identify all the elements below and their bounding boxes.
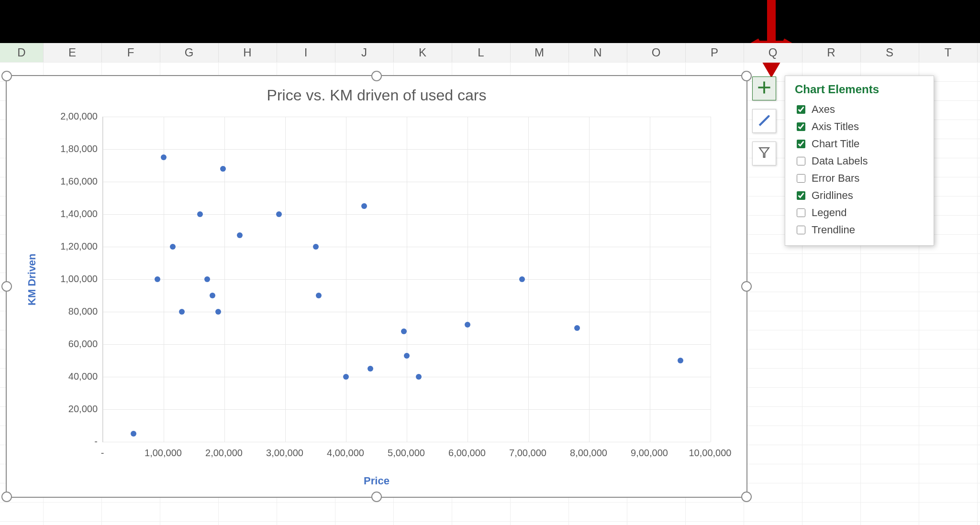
data-point[interactable] xyxy=(276,211,282,217)
checkbox[interactable] xyxy=(797,208,805,217)
plot-area[interactable] xyxy=(102,117,711,442)
data-point[interactable] xyxy=(179,309,185,315)
column-header-S[interactable]: S xyxy=(860,43,919,62)
selection-handle[interactable] xyxy=(1,281,12,292)
y-tick-label: 1,00,000 xyxy=(45,273,98,284)
checkbox[interactable] xyxy=(797,157,805,165)
selection-handle[interactable] xyxy=(1,492,12,502)
x-tick-label: 9,00,000 xyxy=(621,448,678,459)
column-header-L[interactable]: L xyxy=(452,43,511,62)
selection-handle[interactable] xyxy=(741,281,752,292)
data-point[interactable] xyxy=(170,244,176,250)
chart-element-option[interactable]: Trendline xyxy=(795,221,924,239)
y-tick-label: 2,00,000 xyxy=(45,111,98,122)
data-point[interactable] xyxy=(204,276,210,282)
chart-element-option[interactable]: Legend xyxy=(795,204,924,221)
chart-styles-button[interactable] xyxy=(752,109,776,133)
data-point[interactable] xyxy=(368,366,373,372)
data-point[interactable] xyxy=(361,203,367,209)
column-header-N[interactable]: N xyxy=(568,43,627,62)
selection-handle[interactable] xyxy=(741,492,752,502)
chart-title[interactable]: Price vs. KM driven of used cars xyxy=(7,87,746,104)
data-point[interactable] xyxy=(161,154,167,160)
column-header-H[interactable]: H xyxy=(218,43,277,62)
data-point[interactable] xyxy=(220,166,226,172)
column-header-E[interactable]: E xyxy=(43,43,102,62)
data-point[interactable] xyxy=(237,232,243,238)
y-tick-label: 1,60,000 xyxy=(45,176,98,187)
column-header-M[interactable]: M xyxy=(510,43,569,62)
data-point[interactable] xyxy=(401,328,407,334)
checkbox[interactable] xyxy=(797,140,805,148)
column-header-O[interactable]: O xyxy=(627,43,686,62)
y-tick-label: - xyxy=(45,436,98,447)
y-tick-label: 20,000 xyxy=(45,404,98,415)
y-axis-title[interactable]: KM Driven xyxy=(26,253,38,306)
plus-icon xyxy=(757,81,771,96)
column-header-K[interactable]: K xyxy=(393,43,452,62)
selection-handle[interactable] xyxy=(741,71,752,81)
checkbox[interactable] xyxy=(797,226,805,234)
selection-handle[interactable] xyxy=(1,71,12,81)
data-point[interactable] xyxy=(404,353,410,359)
panel-title: Chart Elements xyxy=(795,83,924,96)
selection-handle[interactable] xyxy=(371,71,382,81)
y-tick-label: 60,000 xyxy=(45,339,98,350)
option-label: Axis Titles xyxy=(812,120,859,133)
checkbox[interactable] xyxy=(797,105,805,114)
data-point[interactable] xyxy=(210,293,215,298)
chart-element-option[interactable]: Data Labels xyxy=(795,153,924,170)
data-point[interactable] xyxy=(343,374,349,380)
column-header-P[interactable]: P xyxy=(685,43,744,62)
data-point[interactable] xyxy=(197,211,203,217)
chart-element-option[interactable]: Axis Titles xyxy=(795,118,924,135)
column-header-R[interactable]: R xyxy=(802,43,861,62)
data-point[interactable] xyxy=(678,358,683,363)
data-point[interactable] xyxy=(313,244,319,250)
option-label: Legend xyxy=(812,207,846,219)
data-point[interactable] xyxy=(465,322,470,328)
y-tick-label: 80,000 xyxy=(45,306,98,317)
column-header-T[interactable]: T xyxy=(919,43,978,62)
y-tick-label: 40,000 xyxy=(45,371,98,382)
column-header-D[interactable]: D xyxy=(0,43,44,62)
x-tick-label: 6,00,000 xyxy=(438,448,496,459)
column-header-Q[interactable]: Q xyxy=(744,43,802,62)
data-point[interactable] xyxy=(215,309,221,315)
x-axis-title[interactable]: Price xyxy=(7,475,746,487)
data-point[interactable] xyxy=(316,293,322,298)
data-point[interactable] xyxy=(155,276,160,282)
chart-filters-button[interactable] xyxy=(752,142,776,165)
checkbox[interactable] xyxy=(797,174,805,183)
data-point[interactable] xyxy=(574,325,580,331)
column-header-G[interactable]: G xyxy=(160,43,219,62)
column-header-J[interactable]: J xyxy=(335,43,394,62)
x-tick-label: 3,00,000 xyxy=(256,448,313,459)
x-tick-label: 1,00,000 xyxy=(134,448,192,459)
column-header-F[interactable]: F xyxy=(101,43,160,62)
chart-object[interactable]: Price vs. KM driven of used cars KM Driv… xyxy=(6,75,747,498)
option-label: Error Bars xyxy=(812,172,859,185)
checkbox[interactable] xyxy=(797,191,805,200)
y-tick-label: 1,40,000 xyxy=(45,208,98,219)
chart-elements-button[interactable] xyxy=(752,77,776,100)
chart-element-option[interactable]: Gridlines xyxy=(795,187,924,204)
column-header-I[interactable]: I xyxy=(277,43,335,62)
data-point[interactable] xyxy=(131,431,136,437)
y-tick-label: 1,80,000 xyxy=(45,143,98,154)
chart-elements-panel: Chart Elements AxesAxis TitlesChart Titl… xyxy=(785,76,934,246)
chart-element-option[interactable]: Axes xyxy=(795,101,924,118)
brush-icon xyxy=(757,113,771,129)
chart-element-option[interactable]: Chart Title xyxy=(795,135,924,153)
x-tick-label: 4,00,000 xyxy=(317,448,374,459)
option-label: Trendline xyxy=(812,224,855,236)
selection-handle[interactable] xyxy=(371,492,382,502)
chart-element-option[interactable]: Error Bars xyxy=(795,170,924,187)
funnel-icon xyxy=(757,146,771,161)
checkbox[interactable] xyxy=(797,122,805,131)
x-tick-label: 7,00,000 xyxy=(499,448,557,459)
x-tick-label: 5,00,000 xyxy=(378,448,435,459)
data-point[interactable] xyxy=(519,276,525,282)
data-point[interactable] xyxy=(416,374,422,380)
x-tick-label: - xyxy=(74,448,131,459)
